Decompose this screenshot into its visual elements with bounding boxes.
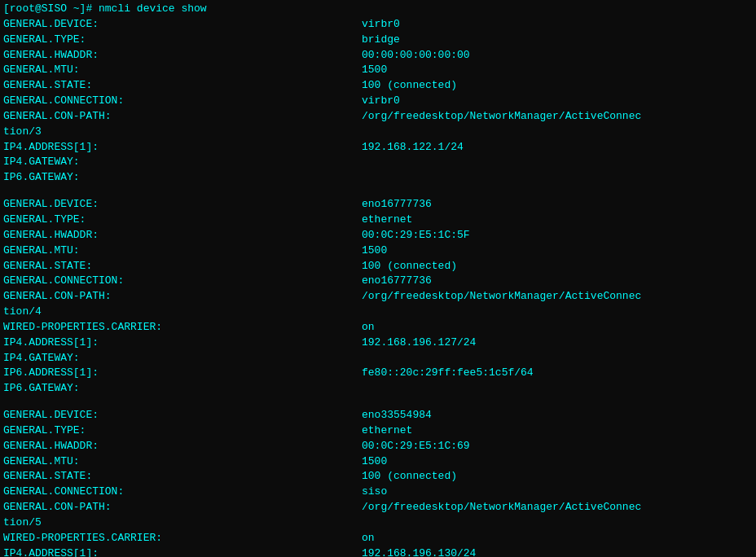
line-key: IP4.ADDRESS[1]: bbox=[3, 336, 362, 351]
terminal-line: GENERAL.TYPE:ethernet bbox=[3, 423, 753, 439]
line-key: GENERAL.HWADDR: bbox=[3, 439, 362, 454]
line-key: GENERAL.STATE: bbox=[3, 259, 362, 274]
line-value: /org/freedesktop/NetworkManager/ActiveCo… bbox=[362, 289, 641, 305]
terminal-line: GENERAL.STATE:100 (connected) bbox=[3, 259, 753, 274]
line-key: IP6.GATEWAY: bbox=[3, 170, 362, 186]
terminal-line: tion/4 bbox=[3, 305, 753, 320]
line-key: IP4.ADDRESS[1]: bbox=[3, 140, 362, 156]
terminal-line: IP4.ADDRESS[1]:192.168.196.130/24 bbox=[3, 546, 753, 557]
line-value: fe80::20c:29ff:fee5:1c5f/64 bbox=[362, 366, 534, 381]
line-key: GENERAL.DEVICE: bbox=[3, 17, 362, 33]
line-value: 00:0C:29:E5:1C:69 bbox=[362, 439, 470, 454]
terminal-line: GENERAL.TYPE:ethernet bbox=[3, 213, 753, 228]
terminal-line: WIRED-PROPERTIES.CARRIER:on bbox=[3, 531, 753, 546]
terminal-line: GENERAL.MTU:1500 bbox=[3, 454, 753, 470]
line-value: on bbox=[362, 531, 375, 546]
line-value: 1500 bbox=[362, 243, 387, 259]
line-key: GENERAL.STATE: bbox=[3, 78, 362, 94]
line-key: GENERAL.MTU: bbox=[3, 243, 362, 259]
terminal-line: IP4.GATEWAY: bbox=[3, 351, 753, 366]
line-value: 192.168.196.127/24 bbox=[362, 336, 476, 351]
line-key: GENERAL.MTU: bbox=[3, 63, 362, 78]
terminal-line: GENERAL.STATE:100 (connected) bbox=[3, 78, 753, 94]
line-value: eno16777736 bbox=[362, 197, 432, 213]
terminal-line: GENERAL.HWADDR:00:0C:29:E5:1C:5F bbox=[3, 228, 753, 243]
terminal-line: GENERAL.CON-PATH:/org/freedesktop/Networ… bbox=[3, 500, 753, 515]
line-value: virbr0 bbox=[362, 94, 400, 109]
line-key: tion/5 bbox=[3, 515, 362, 531]
line-value: /org/freedesktop/NetworkManager/ActiveCo… bbox=[362, 109, 641, 125]
section-separator bbox=[3, 397, 753, 408]
terminal-line: GENERAL.CON-PATH:/org/freedesktop/Networ… bbox=[3, 289, 753, 305]
terminal-line: GENERAL.CONNECTION:virbr0 bbox=[3, 94, 753, 109]
line-value: 100 (connected) bbox=[362, 469, 457, 485]
terminal: [root@SISO ~]# nmcli device show GENERAL… bbox=[0, 0, 756, 557]
prompt-line: [root@SISO ~]# nmcli device show bbox=[3, 2, 753, 17]
line-value: 1500 bbox=[362, 454, 387, 470]
line-value: eno33554984 bbox=[362, 408, 432, 423]
line-key: GENERAL.CONNECTION: bbox=[3, 274, 362, 289]
line-key: IP6.GATEWAY: bbox=[3, 381, 362, 397]
terminal-line: WIRED-PROPERTIES.CARRIER:on bbox=[3, 320, 753, 336]
line-value: ethernet bbox=[362, 213, 412, 228]
terminal-line: GENERAL.HWADDR:00:00:00:00:00:00 bbox=[3, 48, 753, 64]
terminal-content: GENERAL.DEVICE:virbr0GENERAL.TYPE:bridge… bbox=[3, 17, 753, 557]
line-value: 192.168.196.130/24 bbox=[362, 546, 476, 557]
terminal-line: GENERAL.MTU:1500 bbox=[3, 63, 753, 78]
line-value: 100 (connected) bbox=[362, 78, 457, 94]
line-key: GENERAL.TYPE: bbox=[3, 423, 362, 439]
terminal-line: GENERAL.CONNECTION:siso bbox=[3, 485, 753, 500]
line-key: GENERAL.TYPE: bbox=[3, 33, 362, 48]
line-value: 192.168.122.1/24 bbox=[362, 140, 464, 156]
line-key: WIRED-PROPERTIES.CARRIER: bbox=[3, 531, 362, 546]
line-key: GENERAL.DEVICE: bbox=[3, 408, 362, 423]
line-value: bridge bbox=[362, 33, 400, 48]
terminal-line: GENERAL.DEVICE:eno33554984 bbox=[3, 408, 753, 423]
terminal-line: IP4.ADDRESS[1]:192.168.122.1/24 bbox=[3, 140, 753, 156]
line-key: GENERAL.CON-PATH: bbox=[3, 109, 362, 125]
terminal-line: IP6.GATEWAY: bbox=[3, 170, 753, 186]
line-value: 00:00:00:00:00:00 bbox=[362, 48, 470, 64]
terminal-line: GENERAL.STATE:100 (connected) bbox=[3, 469, 753, 485]
line-value: /org/freedesktop/NetworkManager/ActiveCo… bbox=[362, 500, 641, 515]
line-key: GENERAL.STATE: bbox=[3, 469, 362, 485]
line-value: 100 (connected) bbox=[362, 259, 457, 274]
terminal-line: GENERAL.MTU:1500 bbox=[3, 243, 753, 259]
terminal-line: GENERAL.DEVICE:virbr0 bbox=[3, 17, 753, 33]
terminal-line: GENERAL.TYPE:bridge bbox=[3, 33, 753, 48]
line-value: 00:0C:29:E5:1C:5F bbox=[362, 228, 470, 243]
line-key: GENERAL.TYPE: bbox=[3, 213, 362, 228]
prompt-text: [root@SISO ~]# nmcli device show bbox=[3, 2, 207, 17]
line-value: siso bbox=[362, 485, 387, 500]
line-key: GENERAL.DEVICE: bbox=[3, 197, 362, 213]
line-key: IP4.ADDRESS[1]: bbox=[3, 546, 362, 557]
terminal-line: IP6.GATEWAY: bbox=[3, 381, 753, 397]
terminal-line: tion/5 bbox=[3, 515, 753, 531]
terminal-line: GENERAL.CON-PATH:/org/freedesktop/Networ… bbox=[3, 109, 753, 125]
terminal-line: IP6.ADDRESS[1]:fe80::20c:29ff:fee5:1c5f/… bbox=[3, 366, 753, 381]
line-key: GENERAL.CON-PATH: bbox=[3, 500, 362, 515]
terminal-line: GENERAL.DEVICE:eno16777736 bbox=[3, 197, 753, 213]
line-key: tion/3 bbox=[3, 125, 362, 140]
line-key: IP6.ADDRESS[1]: bbox=[3, 366, 362, 381]
terminal-line: tion/3 bbox=[3, 125, 753, 140]
line-key: WIRED-PROPERTIES.CARRIER: bbox=[3, 320, 362, 336]
section-separator bbox=[3, 186, 753, 197]
line-value: virbr0 bbox=[362, 17, 400, 33]
terminal-line: GENERAL.HWADDR:00:0C:29:E5:1C:69 bbox=[3, 439, 753, 454]
terminal-line: IP4.ADDRESS[1]:192.168.196.127/24 bbox=[3, 336, 753, 351]
line-key: GENERAL.HWADDR: bbox=[3, 228, 362, 243]
line-key: IP4.GATEWAY: bbox=[3, 155, 362, 170]
line-key: tion/4 bbox=[3, 305, 362, 320]
line-key: GENERAL.CONNECTION: bbox=[3, 485, 362, 500]
line-key: IP4.GATEWAY: bbox=[3, 351, 362, 366]
line-value: 1500 bbox=[362, 63, 387, 78]
terminal-line: IP4.GATEWAY: bbox=[3, 155, 753, 170]
line-key: GENERAL.CONNECTION: bbox=[3, 94, 362, 109]
line-key: GENERAL.CON-PATH: bbox=[3, 289, 362, 305]
terminal-line: GENERAL.CONNECTION:eno16777736 bbox=[3, 274, 753, 289]
line-value: on bbox=[362, 320, 375, 336]
line-key: GENERAL.MTU: bbox=[3, 454, 362, 470]
line-value: eno16777736 bbox=[362, 274, 432, 289]
line-key: GENERAL.HWADDR: bbox=[3, 48, 362, 64]
